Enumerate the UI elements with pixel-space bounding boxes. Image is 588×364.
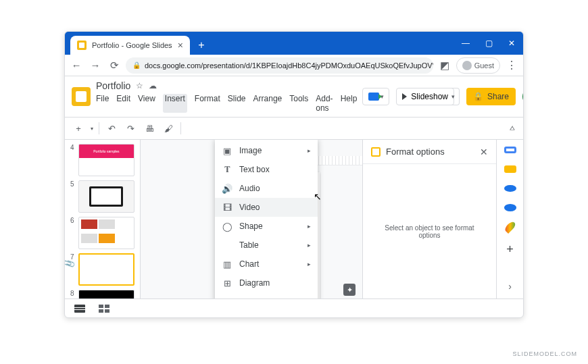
thumb-row-8[interactable]: 8	[70, 290, 134, 298]
thumb-number: 4	[70, 144, 76, 176]
menu-tools[interactable]: Tools	[289, 94, 308, 113]
workspace: 4 Portfolio samples 5 6 7 8 📎	[65, 140, 523, 298]
menu-help[interactable]: Help	[341, 94, 358, 113]
submenu-arrow-icon: ▸	[308, 242, 311, 249]
profile-button[interactable]: Guest	[456, 57, 500, 74]
url-field[interactable]: 🔒 docs.google.com/presentation/d/1KBPEIo…	[126, 57, 433, 74]
keep-addon-icon[interactable]	[504, 165, 516, 172]
document-title[interactable]: Portfolio	[96, 80, 130, 91]
insert-textbox[interactable]: 𝐓Text box	[215, 160, 318, 179]
tab-close-icon[interactable]: ×	[178, 40, 183, 51]
avatar-icon	[462, 61, 472, 70]
insert-shape[interactable]: ◯Shape▸	[215, 217, 318, 236]
insert-table[interactable]: Table▸	[215, 236, 318, 255]
back-button[interactable]: ←	[69, 58, 84, 73]
slideshow-button[interactable]: Slideshow	[396, 88, 454, 105]
slideshow-dropdown-button[interactable]: ▾	[447, 88, 460, 105]
reload-button[interactable]: ⟳	[107, 58, 122, 73]
close-window-button[interactable]: ✕	[500, 32, 523, 55]
menu-bar: File Edit View Insert Format Slide Arran…	[96, 94, 357, 113]
insert-video[interactable]: 🎞Video	[215, 198, 318, 217]
hide-side-panel-button[interactable]: ›	[508, 281, 512, 292]
browser-menu-button[interactable]: ⋮	[504, 58, 519, 73]
browser-tab[interactable]: Portfolio - Google Slides ×	[70, 36, 190, 55]
paint-format-button[interactable]: 🖌	[162, 122, 175, 135]
insert-wordart[interactable]: AWord art	[215, 292, 318, 298]
tasks-addon-icon[interactable]	[504, 185, 516, 192]
thumb-number: 6	[70, 217, 76, 249]
tab-title: Portfolio - Google Slides	[92, 41, 172, 49]
title-area: Portfolio ☆ ☁ File Edit View Insert Form…	[96, 80, 357, 113]
slides-logo-icon[interactable]	[72, 87, 91, 106]
chart-icon: ▥	[222, 259, 232, 269]
filmstrip-view-button[interactable]	[74, 305, 85, 313]
star-icon[interactable]: ☆	[136, 81, 143, 90]
share-button[interactable]: 🔒 Share	[466, 88, 516, 105]
menu-insert[interactable]: Insert	[163, 94, 187, 113]
extensions-button[interactable]: ◩	[437, 58, 452, 73]
submenu-arrow-icon: ▸	[308, 223, 311, 230]
slide-thumbnails: 4 Portfolio samples 5 6 7 8 📎	[65, 140, 141, 298]
menu-edit[interactable]: Edit	[116, 94, 130, 113]
meet-button[interactable]: ▾	[362, 88, 389, 105]
thumb-row-6[interactable]: 6	[70, 217, 134, 249]
menu-format[interactable]: Format	[195, 94, 220, 113]
menu-view[interactable]: View	[138, 94, 155, 113]
insert-image[interactable]: ▣Image▸	[215, 141, 318, 160]
url-text: docs.google.com/presentation/d/1KBPEIoaj…	[145, 61, 433, 70]
thumb-row-5[interactable]: 5	[70, 180, 134, 213]
side-rail: + ›	[496, 140, 523, 298]
format-panel-title: Format options	[386, 147, 445, 157]
menu-arrange[interactable]: Arrange	[253, 94, 283, 113]
browser-titlebar: Portfolio - Google Slides × + — ▢ ✕	[65, 32, 523, 55]
diagram-icon: ⊞	[222, 278, 232, 288]
profile-label: Guest	[474, 61, 494, 70]
thumb-row-7[interactable]: 7	[70, 253, 134, 286]
image-icon: ▣	[222, 146, 232, 156]
redo-button[interactable]: ↷	[124, 122, 137, 135]
insert-chart[interactable]: ▥Chart▸	[215, 255, 318, 274]
maximize-button[interactable]: ▢	[477, 32, 500, 55]
slide-thumb-8[interactable]	[78, 290, 134, 298]
format-options-panel: Format options ✕ Select an object to see…	[362, 140, 496, 298]
cloud-status-icon[interactable]: ☁	[149, 81, 157, 90]
insert-audio[interactable]: 🔊Audio	[215, 179, 318, 198]
insert-diagram[interactable]: ⊞Diagram	[215, 274, 318, 292]
audio-icon: 🔊	[222, 184, 232, 194]
calendar-addon-icon[interactable]	[504, 147, 516, 153]
contacts-addon-icon[interactable]	[504, 204, 516, 211]
thumb-4-heading: Portfolio samples	[79, 145, 134, 158]
print-button[interactable]: 🖶	[143, 122, 156, 135]
slideshow-label: Slideshow	[411, 92, 448, 101]
collapse-toolbar-button[interactable]: ㅿ	[508, 123, 516, 134]
explore-button[interactable]: ✦	[343, 284, 356, 296]
browser-window: Portfolio - Google Slides × + — ▢ ✕ ← → …	[64, 31, 524, 318]
menu-file[interactable]: File	[96, 94, 109, 113]
new-slide-button[interactable]: +	[72, 122, 85, 135]
slide-thumb-6[interactable]	[78, 217, 134, 249]
play-icon	[402, 93, 407, 100]
slide-thumb-4[interactable]: Portfolio samples	[78, 144, 134, 176]
account-avatar[interactable]: F	[522, 88, 524, 105]
format-empty-message: Select an object to see format options	[376, 224, 483, 239]
menu-addons[interactable]: Add-ons	[316, 94, 333, 113]
minimize-button[interactable]: —	[454, 32, 477, 55]
thumb-row-4[interactable]: 4 Portfolio samples	[70, 144, 134, 176]
toolbar: +▾ ↶ ↷ 🖶 🖌 ㅿ	[65, 117, 523, 140]
menu-slide[interactable]: Slide	[228, 94, 246, 113]
video-icon: 🎞	[222, 203, 232, 213]
slide-thumb-5[interactable]	[78, 180, 134, 213]
maps-addon-icon[interactable]	[503, 220, 516, 234]
new-tab-button[interactable]: +	[194, 38, 209, 53]
forward-button[interactable]: →	[88, 58, 103, 73]
grid-view-button[interactable]	[99, 305, 109, 313]
close-panel-button[interactable]: ✕	[480, 147, 488, 157]
insert-dropdown: ▣Image▸ 𝐓Text box 🔊Audio 🎞Video ◯Shape▸ …	[215, 140, 318, 298]
submenu-arrow-icon: ▸	[308, 261, 311, 267]
slide-thumb-7[interactable]	[78, 253, 134, 286]
format-panel-header: Format options ✕	[363, 140, 496, 164]
slides-favicon	[77, 41, 87, 50]
wordart-icon: A	[222, 297, 232, 299]
get-addons-button[interactable]: +	[506, 242, 514, 257]
undo-button[interactable]: ↶	[105, 122, 118, 135]
